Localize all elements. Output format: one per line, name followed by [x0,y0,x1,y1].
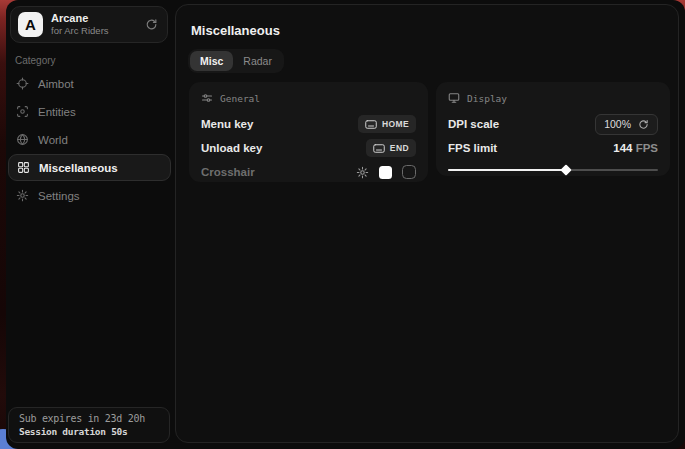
sidebar-item-entities[interactable]: Entities [8,98,171,125]
app-window: A Arcane for Arc Riders Category [6,0,685,449]
unload-key-row: Unload key END [201,137,416,159]
sidebar-nav: Aimbot Entities [8,70,171,210]
sliders-icon [201,92,213,104]
sidebar-item-label: Entities [38,106,76,118]
menu-key-row: Menu key HOME [201,113,416,135]
refresh-icon [638,119,649,130]
app-subtitle: for Arc Riders [51,26,145,37]
fps-slider-fill [448,169,566,171]
dpi-scale-label: DPI scale [448,118,499,130]
gear-icon [16,189,29,202]
app-meta: Arcane for Arc Riders [51,12,145,37]
tab-misc[interactable]: Misc [190,51,233,71]
sidebar-item-miscellaneous[interactable]: Miscellaneous [8,154,171,181]
menu-key-button[interactable]: HOME [358,115,416,133]
crosshair-icon [16,77,29,90]
page-title: Miscellaneous [191,23,280,38]
sidebar-item-label: Aimbot [38,78,74,90]
fps-limit-row: FPS limit 144 FPS [448,137,658,159]
sidebar-item-aimbot[interactable]: Aimbot [8,70,171,97]
panel-general-title: General [220,93,260,104]
sidebar-item-world[interactable]: World [8,126,171,153]
unload-key-value: END [390,143,409,153]
sidebar-item-settings[interactable]: Settings [8,182,171,209]
keyboard-icon [373,144,385,153]
app-title: Arcane [51,12,145,25]
fps-slider-thumb[interactable] [560,164,571,175]
fps-number: 144 [613,142,632,154]
app-logo: A [18,12,43,37]
panel-general-header: General [201,92,416,104]
dpi-scale-row: DPI scale 100% [448,113,658,135]
refresh-icon[interactable] [145,18,158,31]
unload-key-label: Unload key [201,142,262,154]
fps-limit-label: FPS limit [448,142,497,154]
crosshair-row: Crosshair [201,161,416,183]
panel-display: Display DPI scale 100% FPS limit [436,82,670,176]
sub-expiry-text: Sub expires in 23d 20h [19,413,159,424]
unload-key-button[interactable]: END [366,139,416,157]
crosshair-controls [356,165,416,179]
globe-icon [16,133,29,146]
app-card: A Arcane for Arc Riders [10,6,168,43]
crosshair-checkbox[interactable] [402,165,416,179]
session-duration-text: Session duration 50s [19,426,159,437]
crosshair-color-swatch[interactable] [379,166,392,179]
desktop-background: A Arcane for Arc Riders Category [0,0,685,449]
keyboard-icon [365,120,377,129]
panel-display-header: Display [448,92,658,104]
main-content: Miscellaneous Misc Radar General Menu ke… [175,4,679,443]
sidebar-item-label: Miscellaneous [39,162,118,174]
menu-key-label: Menu key [201,118,253,130]
monitor-icon [448,92,460,104]
crosshair-label: Crosshair [201,166,255,178]
fps-limit-value: 144 FPS [613,142,658,154]
sidebar-item-label: World [38,134,68,146]
tab-bar: Misc Radar [188,49,284,73]
fps-slider[interactable] [448,165,658,175]
sidebar: A Arcane for Arc Riders Category [6,0,175,449]
scan-icon [16,105,29,118]
dpi-scale-control[interactable]: 100% [595,114,658,135]
panel-display-title: Display [467,93,507,104]
fps-unit: FPS [636,142,658,154]
dpi-scale-value: 100% [604,118,631,130]
menu-key-value: HOME [382,119,409,129]
sidebar-item-label: Settings [38,190,80,202]
tab-radar[interactable]: Radar [233,51,282,71]
crosshair-settings-gear-icon[interactable] [356,166,369,179]
category-label: Category [15,55,56,66]
panel-general: General Menu key HOME Unload key [189,82,428,182]
grid-icon [17,161,30,174]
subscription-info: Sub expires in 23d 20h Session duration … [8,407,170,443]
